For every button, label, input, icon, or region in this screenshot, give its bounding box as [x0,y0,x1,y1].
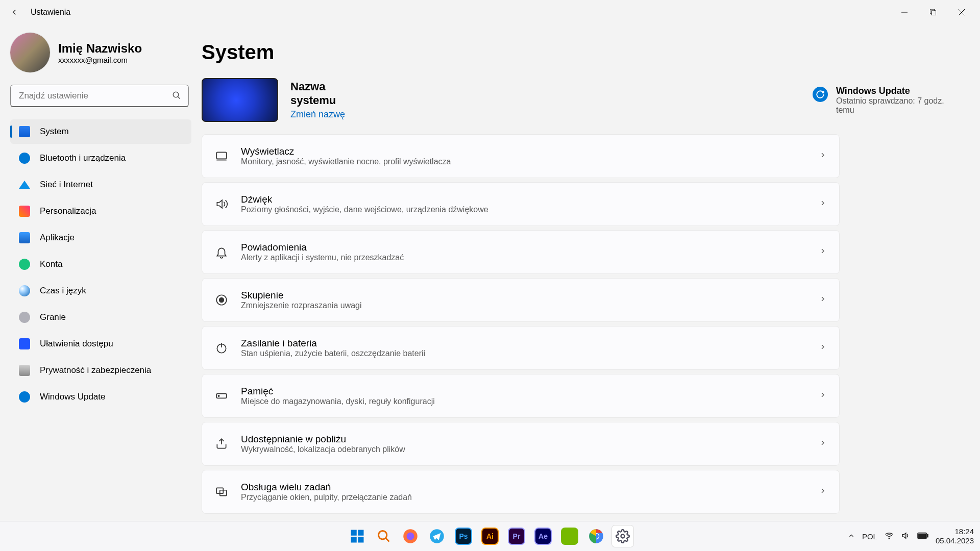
chevron-right-icon [819,199,827,209]
tray-wifi[interactable] [885,531,894,542]
gear-icon [616,529,630,543]
nav-label: Granie [40,312,66,322]
card-sub: Przyciąganie okien, pulpity, przełączani… [241,493,806,502]
minimize-button[interactable] [890,2,919,22]
speaker-icon [214,197,229,211]
taskbar-photoshop[interactable]: Ps [453,525,474,547]
card-sound[interactable]: Dźwięk Poziomy głośności, wyjście, dane … [202,182,840,226]
taskbar-settings[interactable] [612,525,633,547]
start-button[interactable] [347,525,368,547]
taskbar-illustrator[interactable]: Ai [479,525,501,547]
nav-item-time-language[interactable]: Czas i język [10,279,191,303]
svg-point-21 [379,531,387,539]
minimize-icon [901,9,908,15]
nvidia-icon [561,528,578,545]
card-sub: Wykrywalność, lokalizacja odebranych pli… [241,445,806,454]
card-nearby-share[interactable]: Udostępnianie w pobliżu Wykrywalność, lo… [202,422,840,466]
taskbar: Ps Ai Pr Ae POL 18:24 05.04.2023 [0,521,980,551]
card-title: Pamięć [241,386,806,397]
update-icon [18,391,31,403]
nav-item-windows-update[interactable]: Windows Update [10,385,191,409]
tray-clock[interactable]: 18:24 05.04.2023 [936,527,974,545]
card-sub: Monitory, jasność, wyświetlanie nocne, p… [241,157,806,166]
taskbar-chrome[interactable] [585,525,607,547]
nav-list: System Bluetooth i urządzenia Sieć i Int… [10,119,191,409]
wu-title: Windows Update [836,86,955,96]
side-pane: Imię Nazwisko xxxxxxx@gmail.com System B… [0,24,202,521]
monitor-icon [214,149,229,163]
card-notifications[interactable]: Powiadomienia Alerty z aplikacji i syste… [202,230,840,274]
taskbar-premiere[interactable]: Pr [506,525,527,547]
back-button[interactable] [4,2,24,22]
card-storage[interactable]: Pamięć Miejsce do magazynowania, dyski, … [202,374,840,418]
windows-icon [350,529,365,544]
taskbar-aftereffects[interactable]: Ae [532,525,554,547]
tray-overflow[interactable] [848,532,855,541]
card-display[interactable]: Wyświetlacz Monitory, jasność, wyświetla… [202,134,840,178]
main-content: System Nazwa systemu Zmień nazwę Windows… [202,24,980,521]
multitask-icon [214,485,229,498]
taskbar-telegram[interactable] [426,525,448,547]
window-title: Ustawienia [31,8,70,17]
account-header[interactable]: Imię Nazwisko xxxxxxx@gmail.com [10,33,191,72]
svg-point-14 [218,395,219,396]
nav-item-gaming[interactable]: Granie [10,305,191,330]
avatar [10,33,50,72]
illustrator-icon: Ai [481,528,499,545]
storage-icon [214,389,229,403]
maximize-button[interactable] [919,2,947,22]
search-box [10,85,191,107]
svg-line-6 [178,96,180,99]
nav-label: Aplikacje [40,233,75,243]
chevron-right-icon [819,487,827,497]
card-sub: Miejsce do magazynowania, dyski, reguły … [241,397,806,406]
tray-battery[interactable] [917,532,928,541]
svg-rect-20 [358,537,363,542]
nav-item-network[interactable]: Sieć i Internet [10,172,191,197]
tray-volume[interactable] [901,531,910,542]
nav-label: Czas i język [40,286,86,296]
focus-icon [214,293,229,307]
nav-item-accounts[interactable]: Konta [10,252,191,277]
card-power[interactable]: Zasilanie i bateria Stan uśpienia, zużyc… [202,326,840,370]
svg-line-22 [386,538,389,542]
card-multitask[interactable]: Obsługa wielu zadań Przyciąganie okien, … [202,470,840,514]
search-icon[interactable] [172,91,181,102]
globe-icon [18,285,31,297]
card-focus[interactable]: Skupienie Zmniejszenie rozpraszania uwag… [202,278,840,322]
svg-rect-7 [216,152,227,159]
nav-item-accessibility[interactable]: Ułatwienia dostępu [10,332,191,356]
taskbar-nvidia[interactable] [559,525,580,547]
nav-item-bluetooth[interactable]: Bluetooth i urządzenia [10,146,191,170]
windows-update-status[interactable]: Windows Update Ostatnio sprawdzano: 7 go… [813,86,955,115]
desktop-thumbnail[interactable] [202,78,278,122]
titlebar: Ustawienia [0,0,980,24]
card-title: Skupienie [241,290,806,301]
sync-icon [813,87,828,102]
nav-item-privacy[interactable]: Prywatność i zabezpieczenia [10,358,191,383]
gamepad-icon [18,311,31,323]
bell-icon [214,245,229,259]
nav-item-apps[interactable]: Aplikacje [10,226,191,250]
chevron-up-icon [848,532,855,539]
search-button[interactable] [373,525,395,547]
chevron-right-icon [819,151,827,161]
svg-rect-33 [919,534,926,537]
search-input[interactable] [10,85,189,107]
card-title: Udostępnianie w pobliżu [241,434,806,445]
card-title: Zasilanie i bateria [241,338,806,349]
rename-link[interactable]: Zmień nazwę [290,109,345,120]
svg-point-30 [889,538,890,539]
nav-label: Ułatwienia dostępu [40,339,113,349]
taskbar-firefox[interactable] [400,525,421,547]
bluetooth-icon [18,152,31,164]
card-sub: Poziomy głośności, wyjście, dane wejścio… [241,205,806,214]
svg-point-5 [173,92,179,97]
nav-item-personalization[interactable]: Personalizacja [10,199,191,223]
nav-item-system[interactable]: System [10,119,191,144]
keyboard-layout[interactable]: POL [862,532,877,541]
card-title: Dźwięk [241,194,806,205]
card-title: Obsługa wielu zadań [241,482,806,493]
chevron-right-icon [819,391,827,401]
close-button[interactable] [947,2,976,22]
